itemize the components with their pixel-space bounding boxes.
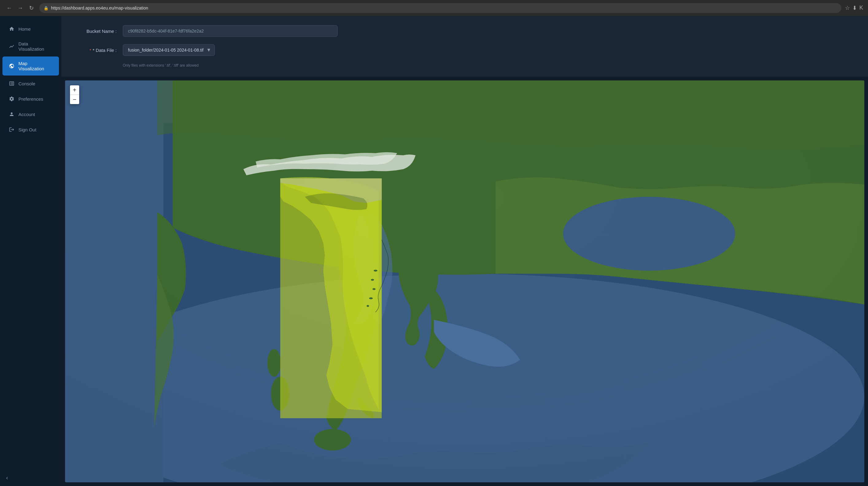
data-file-select[interactable]: fusion_folder/2024-01-05 2024-01-08.tif: [123, 44, 215, 56]
sidebar: Home Data Visualization Map Visualizatio…: [0, 16, 61, 486]
console-icon: [9, 81, 15, 87]
preferences-icon: [9, 96, 15, 102]
app: Home Data Visualization Map Visualizatio…: [0, 16, 868, 486]
download-icon[interactable]: ⬇: [852, 5, 857, 11]
sidebar-item-account[interactable]: Account: [2, 107, 59, 122]
svg-rect-10: [65, 81, 864, 482]
globe-icon: [9, 63, 15, 69]
data-file-row: * * Data File : fusion_folder/2024-01-05…: [74, 44, 856, 56]
svg-point-16: [367, 305, 369, 307]
sidebar-item-map-visualization[interactable]: Map Visualization: [2, 57, 59, 75]
svg-point-13: [371, 279, 374, 281]
data-file-label: * * Data File :: [74, 48, 117, 53]
data-file-group: * * Data File : fusion_folder/2024-01-05…: [74, 44, 856, 67]
sidebar-item-preferences-label: Preferences: [19, 96, 43, 102]
sidebar-nav: Home Data Visualization Map Visualizatio…: [0, 16, 61, 470]
svg-point-12: [374, 270, 377, 271]
nav-buttons: ← → ↻: [5, 4, 36, 12]
zoom-controls: + −: [70, 85, 79, 104]
bookmark-icon[interactable]: ☆: [845, 5, 850, 11]
form-section: Bucket Name : * * Data File : fusion_fol…: [61, 16, 868, 77]
map-svg: [65, 81, 864, 482]
main-content: Bucket Name : * * Data File : fusion_fol…: [61, 16, 868, 486]
map-section: + −: [65, 81, 864, 482]
sidebar-item-sign-out[interactable]: Sign Out: [2, 122, 59, 137]
bucket-name-label: Bucket Name :: [74, 29, 117, 34]
browser-actions: ☆ ⬇ K: [845, 5, 863, 11]
svg-point-14: [373, 288, 376, 290]
zoom-in-button[interactable]: +: [70, 85, 79, 95]
map-container[interactable]: + −: [65, 81, 864, 482]
required-star: *: [90, 48, 93, 53]
home-icon: [9, 26, 15, 32]
signout-icon: [9, 126, 15, 133]
address-bar[interactable]: 🔒 https://dashboard.apps.eo4eu.eu/map-vi…: [39, 3, 841, 13]
sidebar-item-console[interactable]: Console: [2, 76, 59, 91]
sidebar-item-home-label: Home: [19, 26, 31, 32]
lock-icon: 🔒: [43, 6, 49, 10]
sidebar-item-home[interactable]: Home: [2, 22, 59, 36]
bucket-name-input[interactable]: [123, 25, 338, 37]
sidebar-item-data-visualization[interactable]: Data Visualization: [2, 37, 59, 56]
sidebar-item-console-label: Console: [19, 81, 35, 86]
sidebar-item-account-label: Account: [19, 112, 35, 117]
sidebar-item-preferences[interactable]: Preferences: [2, 91, 59, 106]
url-text: https://dashboard.apps.eo4eu.eu/map-visu…: [51, 5, 148, 10]
sidebar-item-sign-out-label: Sign Out: [19, 127, 36, 132]
sidebar-collapse-button[interactable]: ‹: [0, 470, 61, 486]
account-icon: [9, 111, 15, 117]
bucket-name-row: Bucket Name :: [74, 25, 856, 37]
profile-icon[interactable]: K: [859, 5, 863, 11]
sidebar-item-data-vis-label: Data Visualization: [19, 41, 53, 52]
sidebar-item-map-vis-label: Map Visualization: [19, 61, 53, 71]
zoom-out-button[interactable]: −: [70, 95, 79, 104]
browser-chrome: ← → ↻ 🔒 https://dashboard.apps.eo4eu.eu/…: [0, 0, 868, 16]
reload-button[interactable]: ↻: [27, 4, 36, 12]
data-file-select-wrapper: fusion_folder/2024-01-05 2024-01-08.tif …: [123, 44, 215, 56]
svg-point-15: [369, 298, 373, 299]
chart-icon: [9, 43, 15, 50]
data-file-hint: Only files with extensions '.tif', '.tif…: [123, 63, 856, 67]
forward-button[interactable]: →: [16, 4, 25, 12]
back-button[interactable]: ←: [5, 4, 13, 12]
